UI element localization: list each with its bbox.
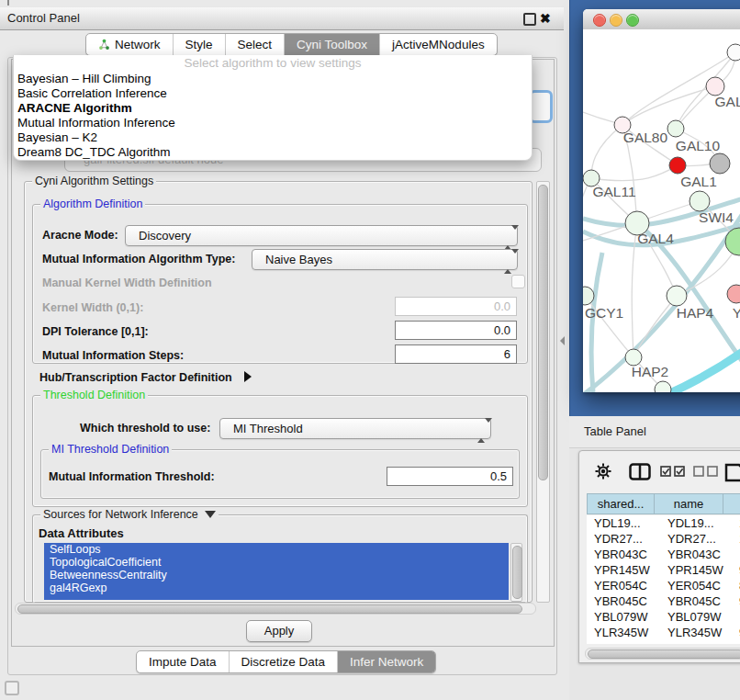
attributes-scrollbar-thumb[interactable] [512, 546, 522, 599]
collapsed-panel-grip[interactable] [5, 681, 19, 695]
zoom-window-icon[interactable] [626, 14, 639, 27]
network-node-gal1[interactable] [669, 157, 686, 174]
table-row[interactable]: YLR345WYLR345W9. [587, 625, 740, 640]
table-cell: YBR045C [660, 593, 735, 609]
table-cell: YBR043C [660, 547, 735, 562]
table-cell: YPR145W [660, 562, 735, 578]
network-window[interactable]: GALGAL80GAL10GAL1GAL11SWI4GAL4GCY1HAP4YH… [583, 9, 740, 392]
table-hscrollbar-thumb[interactable] [588, 649, 740, 659]
node-label-gal11: GAL11 [592, 184, 635, 199]
mi-steps-label: Mutual Information Steps: [42, 349, 184, 362]
network-canvas[interactable]: GALGAL80GAL10GAL1GAL11SWI4GAL4GCY1HAP4YH… [583, 29, 740, 392]
settings-vertical-scrollbar [536, 181, 550, 603]
table-row[interactable]: YBR043CYBR043C [587, 547, 740, 562]
algorithm-option-basic-correlation-inference[interactable]: Basic Correlation Inference [14, 86, 532, 101]
hub-definition-disclosure[interactable]: Hub/Transcription Factor Definition [39, 368, 252, 385]
node-label-hap2: HAP2 [632, 364, 669, 379]
network-node[interactable] [727, 44, 740, 61]
select-all-checkboxes-icon[interactable] [660, 466, 686, 478]
aracne-mode-label: Aracne Mode: [42, 229, 118, 242]
table-row[interactable]: YBL079WYBL079W [587, 609, 740, 625]
tab-cyni-toolbox[interactable]: Cyni Toolbox [285, 34, 380, 55]
float-panel-icon[interactable] [523, 13, 536, 26]
mi-algorithm-type-value: Naive Bayes [252, 250, 517, 269]
deselect-all-checkboxes-icon[interactable] [693, 466, 719, 478]
mi-threshold-group-title: MI Threshold Definition [49, 443, 172, 456]
sources-group-title[interactable]: Sources for Network Inference [40, 508, 219, 521]
splitpane-collapse-arrow[interactable] [560, 336, 565, 345]
table-settings-gear-icon[interactable] [594, 462, 612, 480]
tab-label: Cyni Toolbox [297, 38, 367, 51]
window-edge-artifact [7, 0, 9, 6]
network-window-titlebar[interactable] [583, 9, 740, 30]
table-row[interactable]: YDR27...YDR27...12 [587, 531, 740, 547]
mi-steps-field[interactable]: 6 [395, 344, 517, 364]
table-columns-icon[interactable] [629, 463, 651, 480]
table-row[interactable]: YBR045CYBR045C9. [587, 593, 740, 609]
network-node[interactable] [710, 153, 730, 174]
attribute-item-gal4rgexp[interactable]: gal4RGexp [44, 581, 509, 594]
tab-impute-data[interactable]: Impute Data [137, 651, 230, 672]
table-function-icon[interactable] [724, 462, 740, 482]
tab-label: Network [115, 38, 161, 51]
algorithm-option-bayesian-k2[interactable]: Bayesian – K2 [14, 130, 532, 145]
table-column-header-shared[interactable]: shared... [587, 493, 655, 514]
node-label-swi4: SWI4 [699, 209, 734, 225]
table-panel-title: Table Panel [584, 416, 646, 447]
tab-network[interactable]: Network [86, 34, 174, 55]
table-row[interactable]: YER054CYER054C8. [587, 578, 740, 593]
minimize-window-icon[interactable] [610, 14, 622, 27]
network-node-gal[interactable] [706, 77, 724, 96]
network-node-gal10[interactable] [667, 120, 684, 137]
table-row[interactable]: YDL19...YDL19...13 [587, 515, 740, 531]
table-row[interactable]: YIL052CYIL052C9 [587, 640, 740, 644]
aracne-mode-combobox[interactable]: Discovery [125, 225, 518, 246]
algorithm-option-mutual-information-inference[interactable]: Mutual Information Inference [14, 116, 532, 130]
table-cell: YIL052C [587, 640, 660, 644]
table-cell: YBR043C [587, 547, 660, 562]
table-cell: YPR145W [587, 562, 660, 578]
table-cell: 12 [735, 531, 740, 547]
attribute-item-topologicalcoefficient[interactable]: TopologicalCoefficient [44, 556, 509, 569]
table-row[interactable]: YPR145WYPR145W9. [587, 562, 740, 578]
table-column-header-name[interactable]: name [655, 493, 723, 514]
attributes-list-scrollbar [510, 543, 522, 602]
node-label-y: Y [733, 305, 740, 321]
dpi-tolerance-label: DPI Tolerance [0,1]: [42, 325, 149, 338]
settings-hscrollbar-thumb[interactable] [17, 604, 522, 614]
algorithm-option-dream8-dc-tdc-algorithm[interactable]: Dream8 DC_TDC Algorithm [14, 145, 532, 160]
which-threshold-combobox[interactable]: MI Threshold [219, 418, 491, 439]
settings-horizontal-scrollbar [15, 603, 536, 615]
mi-algorithm-type-combobox[interactable]: Naive Bayes [252, 249, 518, 270]
network-node-hap4[interactable] [667, 286, 687, 306]
algorithm-option-aracne-algorithm[interactable]: ARACNE Algorithm [14, 101, 532, 116]
apply-button[interactable]: Apply [246, 620, 312, 642]
tab-select[interactable]: Select [226, 34, 286, 55]
table-panel: Table Panel shared...name YDL19...YDL19.… [569, 416, 740, 700]
table-column-header-2[interactable] [723, 493, 740, 514]
threshold-definition-group: Threshold Definition Which threshold to … [32, 395, 528, 507]
close-window-icon[interactable] [593, 14, 606, 27]
attribute-item-betweennesscentrality[interactable]: BetweennessCentrality [44, 569, 509, 581]
network-node-swi4[interactable] [690, 191, 710, 211]
cyni-algorithm-settings-group: Cyni Algorithm Settings Algorithm Defini… [24, 181, 533, 603]
mi-threshold-field[interactable]: 0.5 [387, 467, 513, 486]
close-panel-icon[interactable]: ✖ [540, 10, 551, 27]
tab-style[interactable]: Style [174, 34, 226, 55]
algorithm-combobox-placeholder[interactable]: Select algorithm to view settings [14, 55, 532, 72]
dpi-tolerance-field[interactable]: 0.0 [395, 321, 517, 340]
tab-discretize-data[interactable]: Discretize Data [230, 651, 339, 672]
combobox-arrows-icon [477, 423, 485, 435]
settings-scrollbar-thumb[interactable] [538, 185, 548, 480]
table-cell: 9 [735, 640, 740, 644]
node-label-gal: GAL [714, 94, 740, 109]
network-node[interactable] [725, 228, 740, 255]
tab-label: jActiveMNodules [392, 38, 485, 51]
kernel-width-label: Kernel Width (0,1): [42, 301, 143, 314]
algorithm-option-bayesian-hill-climbing[interactable]: Bayesian – Hill Climbing [14, 72, 532, 86]
network-node-y[interactable] [727, 285, 740, 303]
attribute-item-selfloops[interactable]: SelfLoops [44, 543, 509, 556]
tab-infer-network[interactable]: Infer Network [338, 651, 435, 672]
table-panel-titlebar: Table Panel [569, 416, 740, 448]
tab-jactivemnodules[interactable]: jActiveMNodules [380, 34, 497, 55]
